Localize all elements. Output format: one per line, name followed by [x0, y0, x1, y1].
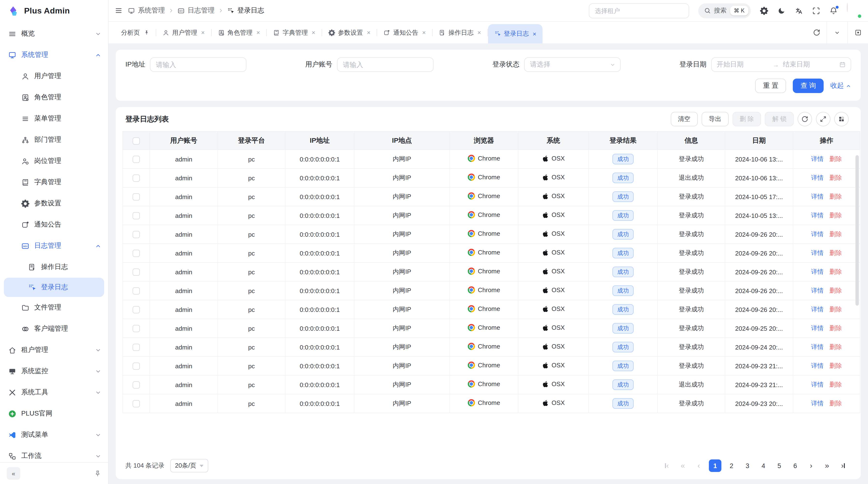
menu-toggle-icon[interactable] — [115, 7, 123, 14]
sidebar-item-notice-announcement[interactable]: 通知公告 — [0, 214, 108, 235]
clear-button[interactable]: 清空 — [671, 112, 698, 126]
delete-link[interactable]: 删除 — [830, 362, 842, 369]
tab-close-icon[interactable]: × — [367, 29, 371, 36]
tab-operation-log[interactable]: 操作日志× — [433, 22, 487, 43]
pagination-next-button[interactable]: › — [805, 459, 817, 472]
detail-link[interactable]: 详情 — [811, 324, 824, 332]
row-checkbox[interactable] — [133, 306, 140, 313]
row-checkbox[interactable] — [133, 156, 140, 163]
page-button-3[interactable]: 3 — [742, 459, 753, 472]
refresh-table-button[interactable] — [798, 112, 812, 126]
tab-options-button[interactable] — [827, 22, 847, 43]
export-button[interactable]: 导出 — [702, 112, 728, 126]
sidebar-item-login-log[interactable]: 登录日志 — [4, 278, 104, 297]
refresh-tab-button[interactable] — [806, 22, 827, 43]
sidebar-item-client-management[interactable]: 客户端管理 — [0, 318, 108, 340]
sidebar-item-role-management[interactable]: 角色管理 — [0, 87, 108, 108]
detail-link[interactable]: 详情 — [811, 212, 824, 219]
delete-link[interactable]: 删除 — [830, 193, 842, 200]
delete-button[interactable]: 删 除 — [733, 112, 761, 126]
tab-login-log[interactable]: 登录日志× — [488, 24, 542, 43]
sidebar-item-log-management[interactable]: DEV日志管理 — [0, 235, 108, 256]
delete-link[interactable]: 删除 — [830, 212, 842, 219]
reset-button[interactable]: 重 置 — [755, 78, 786, 93]
sidebar-collapse-button[interactable]: « — [7, 467, 20, 480]
sidebar-item-user-management[interactable]: 用户管理 — [0, 66, 108, 87]
delete-link[interactable]: 删除 — [830, 230, 842, 238]
sidebar-item-overview[interactable]: 概览 — [0, 23, 108, 44]
page-button-4[interactable]: 4 — [757, 459, 769, 472]
page-button-1[interactable]: 1 — [709, 459, 721, 472]
tenant-select-input[interactable] — [589, 3, 689, 18]
delete-link[interactable]: 删除 — [830, 343, 842, 351]
sidebar-item-plus-website[interactable]: PLUS官网 — [0, 403, 108, 424]
row-checkbox[interactable] — [133, 193, 140, 200]
tab-close-icon[interactable]: × — [256, 29, 260, 36]
detail-link[interactable]: 详情 — [811, 249, 824, 256]
tab-notice-announcement[interactable]: 通知公告× — [377, 22, 432, 43]
detail-link[interactable]: 详情 — [811, 305, 824, 313]
detail-link[interactable]: 详情 — [811, 193, 824, 200]
detail-link[interactable]: 详情 — [811, 343, 824, 351]
row-checkbox[interactable] — [133, 174, 140, 182]
user-avatar[interactable] — [847, 3, 861, 18]
sidebar-item-dept-management[interactable]: 部门管理 — [0, 129, 108, 151]
detail-link[interactable]: 详情 — [811, 287, 824, 294]
tab-close-icon[interactable]: × — [201, 29, 205, 36]
gear-icon[interactable] — [760, 6, 768, 15]
unlock-button[interactable]: 解 锁 — [765, 112, 794, 126]
tab-close-icon[interactable]: × — [533, 31, 536, 37]
tab-close-icon[interactable]: × — [422, 29, 426, 36]
column-settings-button[interactable] — [834, 112, 849, 126]
page-size-select[interactable]: 20条/页 — [170, 459, 208, 473]
sidebar-item-system-tools[interactable]: 系统工具 — [0, 382, 108, 403]
detail-link[interactable]: 详情 — [811, 400, 824, 407]
pagination-forward10-button[interactable]: » — [821, 459, 833, 472]
breadcrumb-system-management[interactable]: 系统管理 — [128, 6, 165, 15]
delete-link[interactable]: 删除 — [830, 174, 842, 181]
dark-mode-moon-icon[interactable] — [777, 6, 785, 15]
row-checkbox[interactable] — [133, 212, 140, 219]
delete-link[interactable]: 删除 — [830, 400, 842, 407]
delete-link[interactable]: 删除 — [830, 268, 842, 275]
user-account-input[interactable] — [337, 57, 434, 72]
tab-param-settings[interactable]: 参数设置× — [322, 22, 377, 43]
sidebar-item-workflow[interactable]: 工作流 — [0, 445, 108, 462]
pagination-prev-button[interactable]: ‹ — [693, 459, 705, 472]
sidebar-item-menu-management[interactable]: 菜单管理 — [0, 108, 108, 129]
detail-link[interactable]: 详情 — [811, 174, 824, 181]
pagination-last-button[interactable]: › — [837, 459, 849, 472]
collapse-filter-link[interactable]: 收起 — [830, 82, 851, 90]
detail-link[interactable]: 详情 — [811, 268, 824, 275]
table-fullscreen-button[interactable] — [816, 112, 830, 126]
tab-role-management[interactable]: 角色管理× — [212, 22, 266, 43]
translate-icon[interactable] — [795, 6, 803, 15]
page-button-2[interactable]: 2 — [726, 459, 737, 472]
row-checkbox[interactable] — [133, 250, 140, 257]
sidebar-pin-icon[interactable] — [94, 470, 101, 477]
content-fullscreen-button[interactable] — [848, 22, 868, 43]
row-checkbox[interactable] — [133, 231, 140, 238]
select-all-checkbox[interactable] — [133, 137, 140, 144]
fullscreen-icon[interactable] — [812, 6, 820, 15]
sidebar-item-file-management[interactable]: 文件管理 — [0, 297, 108, 318]
detail-link[interactable]: 详情 — [811, 381, 824, 388]
sidebar-item-system-management[interactable]: 系统管理 — [0, 44, 108, 66]
page-button-6[interactable]: 6 — [789, 459, 801, 472]
tab-user-management[interactable]: 用户管理× — [156, 22, 211, 43]
sidebar-item-system-monitor[interactable]: 系统监控 — [0, 361, 108, 382]
ip-address-input[interactable] — [150, 57, 246, 72]
login-status-select[interactable]: 请选择 — [524, 57, 621, 72]
table-scrollbar-thumb[interactable] — [856, 155, 859, 305]
tab-dict-management[interactable]: 字典管理× — [267, 22, 321, 43]
detail-link[interactable]: 详情 — [811, 230, 824, 238]
row-checkbox[interactable] — [133, 362, 140, 370]
detail-link[interactable]: 详情 — [811, 362, 824, 369]
sidebar-item-dict-management[interactable]: 字典管理 — [0, 172, 108, 193]
detail-link[interactable]: 详情 — [811, 155, 824, 162]
row-checkbox[interactable] — [133, 381, 140, 389]
breadcrumb-login-log[interactable]: 登录日志 — [227, 6, 264, 15]
sidebar-item-post-management[interactable]: 岗位管理 — [0, 151, 108, 172]
row-checkbox[interactable] — [133, 325, 140, 332]
row-checkbox[interactable] — [133, 268, 140, 276]
